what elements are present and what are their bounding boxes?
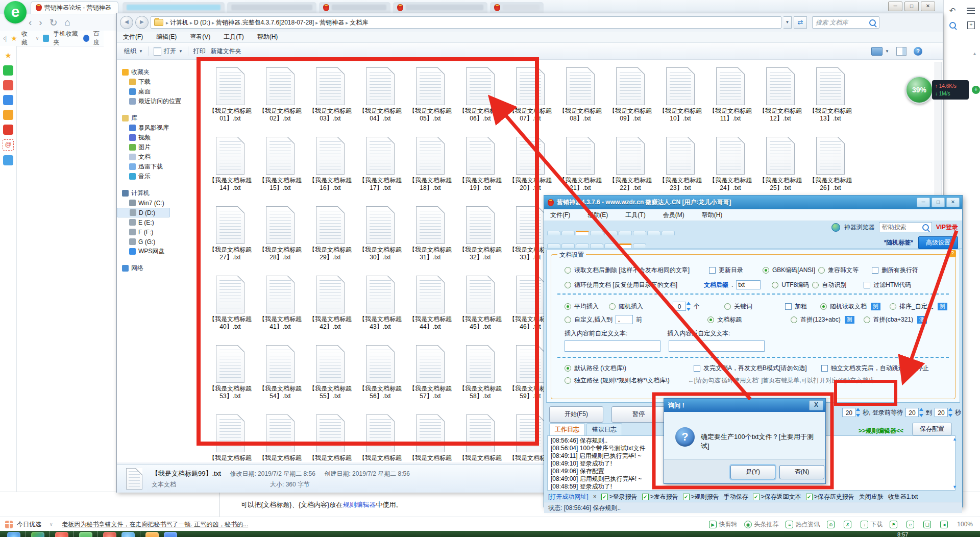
bottom-tool[interactable]: ❏ [923, 521, 933, 528]
sidebar-item-下载[interactable]: 下载 [117, 77, 170, 87]
report-option[interactable]: ✓ >发布报告 [642, 493, 678, 501]
collapse-icon[interactable]: ‹| [3, 35, 7, 42]
file-item[interactable]: 【我是文档标题31】.txt [405, 206, 455, 261]
sidebar-section-收藏夹[interactable]: 收藏夹 [117, 67, 170, 77]
taskbar-app-icon[interactable] [31, 532, 44, 537]
custom-text-after-input[interactable] [669, 340, 765, 352]
file-item[interactable]: 【我是文档标题12】.txt [755, 67, 805, 123]
taskbar-app-icon[interactable] [145, 532, 159, 537]
wait-spinner-2[interactable]: 20 [905, 408, 923, 417]
file-item[interactable]: 【我是文档标题54】.txt [255, 345, 305, 400]
taskbar-app-icon[interactable] [103, 532, 116, 537]
tiles-icon[interactable] [3, 95, 13, 105]
file-item[interactable]: 【我是文档标题09】.txt [605, 67, 655, 123]
sub-tab[interactable] [604, 243, 618, 248]
main-tab[interactable] [619, 231, 632, 235]
bottom-tool[interactable]: 100% [957, 521, 973, 528]
browser-tab[interactable] [393, 2, 487, 13]
radio-pinyin-cba[interactable] [864, 316, 870, 323]
search-icon[interactable] [949, 22, 956, 29]
file-item[interactable]: 【我是文档标题08】.txt [555, 67, 605, 123]
file-item[interactable]: 【我是文档标题40】.txt [205, 276, 255, 331]
daily-picks[interactable]: 今日优选 [0, 520, 41, 529]
test-badge[interactable]: 测 [938, 303, 947, 310]
sidebar-item-D (D:)[interactable]: D (D:) [117, 208, 170, 217]
sidebar-item-迅雷下载[interactable]: 迅雷下载 [117, 162, 170, 172]
insert-anchor-input[interactable]: 。 [616, 315, 633, 324]
menu-item[interactable]: 工具(T) [224, 33, 243, 41]
doc-icon[interactable] [3, 155, 13, 165]
search-icon[interactable] [869, 19, 876, 26]
file-item[interactable]: 【我是文档标题42】.txt [305, 276, 355, 331]
breadcrumb-item[interactable]: D (D:) [194, 19, 210, 26]
file-item[interactable]: 【我是文档标题25】.txt [755, 137, 805, 192]
help-badge[interactable]: ? [949, 250, 956, 257]
headline-link[interactable]: 老板因为秘书拿错文件，在走廊把秘书骂了一顿. 正骂的凶，秘书的... [62, 520, 249, 529]
file-item[interactable]: 【我是文档标题23】.txt [655, 137, 705, 192]
taskbar-app-icon[interactable] [7, 532, 20, 537]
rule-editor-link[interactable]: >>规则编辑器<< [859, 427, 903, 435]
sub-tab[interactable] [576, 243, 589, 248]
main-tab[interactable] [547, 231, 560, 235]
browser-tab-active[interactable]: 营销神器论坛 - 营销神器 [31, 1, 118, 14]
checkbox[interactable]: ✓ [753, 494, 760, 500]
speed-ball-widget[interactable]: 39% ↑ 14.6K/s ↓ 1M/s + [905, 76, 980, 105]
refresh-icon[interactable]: ⇄ [794, 16, 807, 29]
menu-item[interactable]: 查看(V) [190, 33, 210, 41]
red-circle-icon[interactable] [3, 125, 13, 135]
sidebar-item-Win7 (C:)[interactable]: Win7 (C:) [117, 198, 170, 208]
file-item[interactable]: 【我是文档标题41】.txt [255, 276, 305, 331]
radio-keyword[interactable] [724, 303, 731, 310]
file-item[interactable]: 【我是文档标题16】.txt [305, 137, 355, 192]
sidebar-item-F (F:)[interactable]: F (F:) [117, 227, 170, 237]
random-tag-label[interactable]: *随机标签* [884, 238, 913, 247]
work-log-tab[interactable]: 工作日志 [549, 423, 585, 435]
file-item[interactable]: 【我是文档标题53】.txt [205, 345, 255, 400]
help-search-box[interactable]: 帮助搜索 [879, 222, 932, 232]
menu-item[interactable]: 帮助(H) [702, 211, 723, 219]
file-item[interactable]: 【我是文档标题27】.txt [205, 206, 255, 261]
checkbox[interactable]: ✓ [806, 494, 813, 500]
breadcrumb-item[interactable]: 文档库 [350, 18, 368, 27]
file-item[interactable]: 【我是文档标题66】.txt [205, 414, 255, 462]
back-icon[interactable]: ◄ [120, 16, 133, 29]
file-item[interactable]: 【我是文档标题44】.txt [405, 276, 455, 331]
window-control-button[interactable]: ─ [888, 2, 902, 11]
sidebar-item-最近访问的位置[interactable]: 最近访问的位置 [117, 96, 170, 106]
nav-icon[interactable]: ↻ [50, 17, 58, 29]
main-tab[interactable] [590, 231, 603, 235]
bottom-tool[interactable]: ▶ 快剪辑 [709, 520, 737, 529]
wait-spinner-3[interactable]: 20 [935, 408, 952, 417]
file-item[interactable]: 【我是文档标题67】.txt [255, 414, 305, 462]
sub-tab[interactable] [547, 243, 560, 248]
file-item[interactable]: 【我是文档标题69】.txt [355, 414, 405, 462]
bottom-tool[interactable]: e [906, 521, 916, 528]
file-item[interactable]: 【我是文档标题20】.txt [505, 137, 555, 192]
error-log-tab[interactable]: 错误日志 [586, 423, 622, 435]
report-option[interactable]: 手动保存 [724, 493, 748, 501]
file-item[interactable]: 【我是文档标题03】.txt [305, 67, 355, 123]
menu-icon[interactable] [967, 10, 975, 11]
window-control-button[interactable]: ✕ [921, 2, 935, 11]
pause-button[interactable]: 暂停 [611, 406, 666, 423]
file-item[interactable]: 【我是文档标题70】.txt [405, 414, 455, 462]
wait-spinner-1[interactable]: 20 [842, 408, 860, 417]
radio-even-insert[interactable] [565, 303, 571, 310]
radio-doc-title[interactable] [707, 316, 714, 323]
checkbox[interactable]: ✓ [642, 494, 649, 500]
nav-icon[interactable]: › [39, 17, 42, 28]
radio-sort-custom[interactable] [890, 303, 896, 310]
close-icon[interactable]: × [593, 493, 597, 500]
taskbar-app-icon[interactable] [55, 532, 68, 537]
file-item[interactable]: 【我是文档标题17】.txt [355, 137, 405, 192]
sub-tab[interactable] [561, 243, 575, 248]
advanced-settings-button[interactable]: 高级设置 [918, 236, 958, 249]
custom-text-before-input[interactable] [565, 340, 660, 352]
file-item[interactable]: 【我是文档标题01】.txt [205, 67, 255, 123]
radio-gbk[interactable] [763, 267, 769, 274]
bottom-tool[interactable]: ◉ 头条推荐 [744, 520, 778, 529]
menu-item[interactable]: 辅助(E) [587, 211, 608, 219]
file-item[interactable]: 【我是文档标题43】.txt [355, 276, 405, 331]
sidebar-item-桌面[interactable]: 桌面 [117, 87, 170, 96]
sidebar-item-G (G:)[interactable]: G (G:) [117, 237, 170, 247]
